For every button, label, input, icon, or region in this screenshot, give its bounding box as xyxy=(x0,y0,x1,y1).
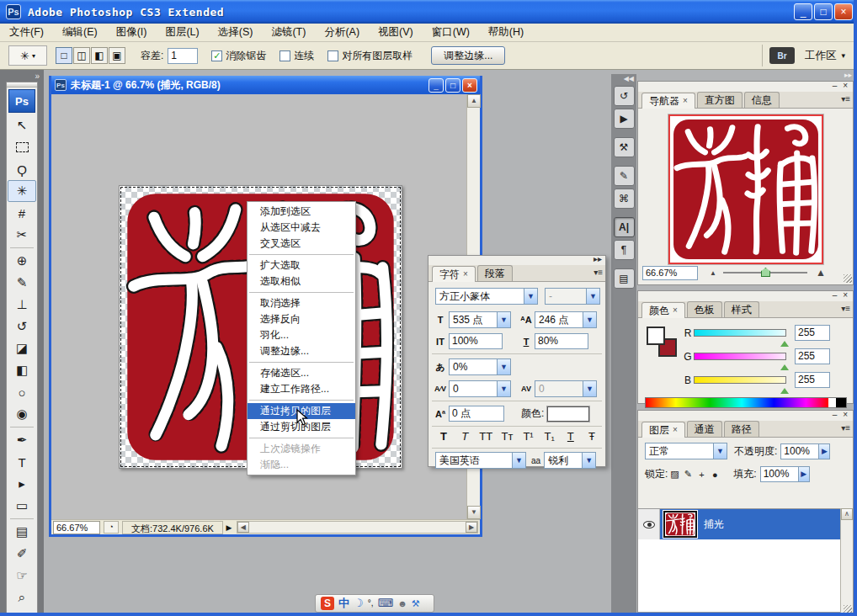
tab-color[interactable]: 颜色 × xyxy=(641,302,685,318)
green-value-input[interactable]: 255 xyxy=(795,348,830,364)
blur-tool[interactable]: ○ xyxy=(8,381,36,403)
crop-tool[interactable]: # xyxy=(8,202,36,224)
tab-info[interactable]: 信息 xyxy=(744,92,780,108)
menu-image[interactable]: 图像(I) xyxy=(107,24,157,41)
small-caps-button[interactable]: Tᴛ xyxy=(498,430,515,443)
combo-arrow-icon[interactable]: ▼ xyxy=(582,453,595,468)
ctx-select-inverse[interactable]: 选择反向 xyxy=(248,311,355,327)
combo-arrow-icon[interactable]: ▼ xyxy=(512,453,525,468)
close-button[interactable]: × xyxy=(834,3,853,20)
baseline-shift-input[interactable]: 0 点 xyxy=(449,406,504,422)
eraser-tool[interactable]: ◪ xyxy=(8,337,36,359)
combo-arrow-icon[interactable]: ▼ xyxy=(497,312,510,327)
ctx-subtract-from-selection[interactable]: 从选区中减去 xyxy=(248,220,355,236)
language-select[interactable]: 美国英语 ▼ xyxy=(435,452,526,469)
ctx-make-work-path[interactable]: 建立工作路径... xyxy=(248,381,355,397)
dock-collapse-chevrons-icon[interactable]: ◀◀ xyxy=(611,74,636,83)
workspace-dropdown[interactable]: 工作区 ▾ xyxy=(805,49,845,63)
combo-arrow-icon[interactable]: ▼ xyxy=(583,312,596,327)
vertical-scale-input[interactable]: 100% xyxy=(449,333,503,349)
brushes-panel-button[interactable]: ✎ xyxy=(614,166,635,186)
tab-close-icon[interactable]: × xyxy=(683,93,688,109)
lock-image-icon[interactable]: ✎ xyxy=(681,469,695,480)
menu-analysis[interactable]: 分析(A) xyxy=(315,24,369,41)
pen-tool[interactable]: ✒ xyxy=(8,429,36,451)
fill-input[interactable]: 100% xyxy=(760,466,799,482)
eyedropper-tool[interactable]: ✐ xyxy=(8,543,36,565)
slice-tool[interactable]: ✂ xyxy=(8,224,36,246)
version-cue-icon[interactable]: ◔ xyxy=(104,521,119,534)
menu-window[interactable]: 窗口(W) xyxy=(423,24,479,41)
sample-all-layers-option[interactable]: 对所有图层取样 xyxy=(327,49,413,63)
combo-arrow-icon[interactable]: ▼ xyxy=(497,359,510,374)
ime-settings-icon[interactable]: ⚒ xyxy=(412,595,420,612)
type-tool[interactable]: T xyxy=(8,451,36,473)
panel-resize-grip[interactable] xyxy=(844,274,852,283)
app-title-bar[interactable]: Ps Adobe Photoshop CS3 Extended _ □ × xyxy=(0,0,857,24)
tab-channels[interactable]: 通道 xyxy=(687,421,722,437)
scroll-up-icon[interactable]: ∧ xyxy=(841,508,853,520)
menu-filter[interactable]: 滤镜(T) xyxy=(262,24,315,41)
kerning-select[interactable]: 0 ▼ xyxy=(449,380,511,397)
doc-minimize-button[interactable]: _ xyxy=(428,78,444,93)
rectangular-marquee-tool[interactable] xyxy=(8,136,36,158)
tab-layers[interactable]: 图层 × xyxy=(641,422,685,438)
menu-select[interactable]: 选择(S) xyxy=(209,24,263,41)
layer-list-scrollbar[interactable]: ∧ xyxy=(840,508,853,613)
gradient-tool[interactable]: ◧ xyxy=(8,359,36,381)
intersect-selection-button[interactable]: ▣ xyxy=(109,47,125,64)
checkbox-unchecked-icon[interactable] xyxy=(327,50,338,61)
scroll-down-icon[interactable]: ▼ xyxy=(467,506,481,519)
bridge-icon[interactable]: Br xyxy=(769,47,795,64)
history-panel-button[interactable]: ↺ xyxy=(614,86,635,106)
ctx-feather[interactable]: 羽化... xyxy=(248,327,355,343)
underline-button[interactable]: T xyxy=(562,430,579,443)
tab-histogram[interactable]: 直方图 xyxy=(697,92,743,108)
move-tool[interactable]: ↖ xyxy=(8,114,36,136)
slider-thumb[interactable] xyxy=(761,268,770,277)
notes-tool[interactable]: ▤ xyxy=(8,521,36,543)
tab-close-icon[interactable]: × xyxy=(673,303,678,318)
tab-close-icon[interactable]: × xyxy=(673,422,678,438)
layer-name[interactable]: 捕光 xyxy=(704,518,724,532)
menu-edit[interactable]: 编辑(E) xyxy=(53,24,107,41)
combo-arrow-icon[interactable]: ▼ xyxy=(497,381,510,396)
green-slider[interactable] xyxy=(694,353,786,360)
ctx-add-to-selection[interactable]: 添加到选区 xyxy=(248,204,355,220)
red-slider[interactable] xyxy=(694,329,786,337)
collapse-toolbox-chevrons-icon[interactable]: » xyxy=(35,72,40,81)
foreground-color-swatch[interactable] xyxy=(647,327,665,345)
zoom-tool[interactable]: ⌕ xyxy=(8,587,36,608)
panel-min-close-icons[interactable]: – × xyxy=(833,81,849,90)
lock-position-icon[interactable]: + xyxy=(695,470,708,480)
subtract-from-selection-button[interactable]: ◧ xyxy=(91,47,108,64)
new-selection-button[interactable]: □ xyxy=(56,47,72,64)
ctx-save-selection[interactable]: 存储选区... xyxy=(248,365,355,381)
tool-presets-panel-button[interactable]: ⚒ xyxy=(614,137,635,157)
zoom-out-mountain-icon[interactable]: ▲ xyxy=(710,269,716,277)
dock-expand-chevrons-icon[interactable]: ▸▸ xyxy=(844,71,852,79)
scroll-right-icon[interactable]: ▶ xyxy=(466,522,477,533)
navigator-thumbnail[interactable] xyxy=(668,114,824,265)
add-to-selection-button[interactable]: ◫ xyxy=(73,47,90,64)
subscript-button[interactable]: T₁ xyxy=(541,430,558,443)
scroll-left-icon[interactable]: ◀ xyxy=(237,522,249,533)
tab-navigator[interactable]: 导航器 × xyxy=(641,93,695,109)
font-family-select[interactable]: 方正小篆体 ▼ xyxy=(435,288,538,305)
expand-chevrons-icon[interactable]: ▸▸ xyxy=(594,254,602,263)
menu-file[interactable]: 文件(F) xyxy=(0,24,53,41)
navigator-view-box[interactable] xyxy=(668,114,823,264)
status-flyout-icon[interactable]: ▶ xyxy=(223,523,235,532)
red-value-input[interactable]: 255 xyxy=(795,325,830,341)
shape-tool[interactable]: ▭ xyxy=(8,495,36,517)
tracking-select[interactable]: 0 ▼ xyxy=(535,380,597,397)
minimize-button[interactable]: _ xyxy=(794,3,812,20)
green-slider-thumb[interactable] xyxy=(780,360,789,370)
anti-alias-option[interactable]: ✓ 消除锯齿 xyxy=(211,49,266,63)
menu-layer[interactable]: 图层(L) xyxy=(156,24,208,41)
ctx-refine-edge[interactable]: 调整边缘... xyxy=(248,343,355,359)
healing-brush-tool[interactable]: ⊕ xyxy=(8,250,36,272)
current-tool-preview[interactable]: ✳ ▾ xyxy=(8,45,47,66)
text-color-swatch[interactable] xyxy=(547,406,589,422)
all-caps-button[interactable]: TT xyxy=(477,430,494,443)
